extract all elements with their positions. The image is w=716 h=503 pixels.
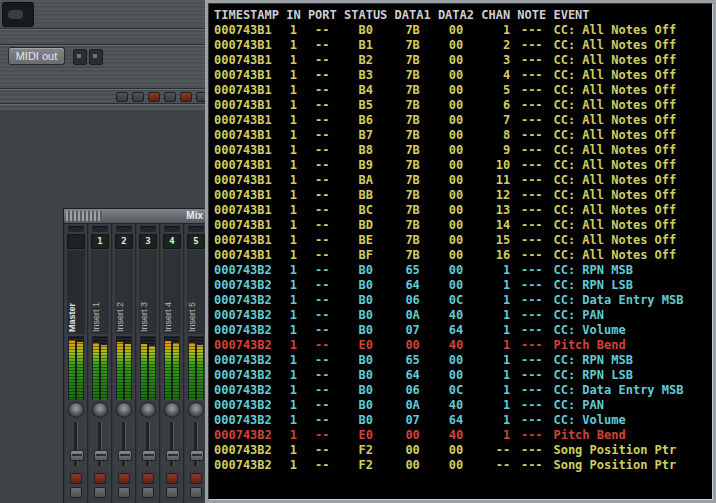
pan-knob[interactable]	[188, 402, 204, 418]
volume-fader[interactable]	[185, 420, 207, 468]
volume-fader[interactable]	[89, 420, 111, 468]
cell-d2: 64	[438, 323, 474, 338]
midi-event-row[interactable]: 000743B11--B27B003---CC: All Notes Off	[214, 53, 712, 68]
pan-knob[interactable]	[164, 402, 180, 418]
midi-event-row[interactable]: 000743B11--B77B008---CC: All Notes Off	[214, 128, 712, 143]
mixer-strip-insert-2[interactable]: 2Insert 2	[113, 224, 136, 503]
strip-button-top[interactable]	[70, 473, 82, 484]
fader-handle[interactable]	[70, 450, 84, 461]
midi-event-row[interactable]: 000743B11--B67B007---CC: All Notes Off	[214, 113, 712, 128]
toolbar-mini-button[interactable]	[132, 92, 144, 102]
pan-knob[interactable]	[68, 402, 84, 418]
fader-handle[interactable]	[142, 450, 156, 461]
record-light[interactable]	[180, 92, 192, 102]
midi-event-row[interactable]: 000743B11--B17B002---CC: All Notes Off	[214, 38, 712, 53]
strip-button-bottom[interactable]	[190, 487, 202, 498]
midi-event-row[interactable]: 000743B21--F20000-----Song Position Ptr	[214, 443, 712, 458]
midi-event-row[interactable]: 000743B11--BB7B0012---CC: All Notes Off	[214, 188, 712, 203]
midi-event-row[interactable]: 000743B21--B064001---CC: RPN LSB	[214, 278, 712, 293]
midi-event-row[interactable]: 000743B11--B97B0010---CC: All Notes Off	[214, 158, 712, 173]
toolbar-button-strip	[116, 92, 208, 102]
midi-event-row[interactable]: 000743B21--E000401---Pitch Bend	[214, 338, 712, 353]
strip-button-top[interactable]	[166, 473, 178, 484]
toolbar-mini-button[interactable]	[116, 92, 128, 102]
cell-d2: 00	[438, 263, 474, 278]
midi-event-row[interactable]: 000743B11--BC7B0013---CC: All Notes Off	[214, 203, 712, 218]
midi-event-row[interactable]: 000743B21--B064001---CC: RPN LSB	[214, 368, 712, 383]
cell-note: ---	[517, 38, 546, 53]
strip-button-top[interactable]	[142, 473, 154, 484]
cell-port: --	[308, 383, 337, 398]
midi-event-row[interactable]: 000743B11--B87B009---CC: All Notes Off	[214, 143, 712, 158]
track-name-label: Insert 5	[187, 250, 205, 334]
midi-event-row[interactable]: 000743B21--B065001---CC: RPN MSB	[214, 353, 712, 368]
fader-handle[interactable]	[190, 450, 204, 461]
corner-display	[2, 2, 34, 27]
record-light[interactable]	[148, 92, 160, 102]
cell-d1: 00	[395, 458, 431, 473]
midi-event-row[interactable]: 000743B11--BA7B0011---CC: All Notes Off	[214, 173, 712, 188]
cell-ts: 000743B2	[214, 293, 279, 308]
cell-event: CC: All Notes Off	[553, 53, 712, 68]
volume-fader[interactable]	[113, 420, 135, 468]
mixer-strip-insert-3[interactable]: 3Insert 3	[137, 224, 160, 503]
midi-event-row[interactable]: 000743B11--BE7B0015---CC: All Notes Off	[214, 233, 712, 248]
midi-event-row[interactable]: 000743B21--B00A401---CC: PAN	[214, 398, 712, 413]
volume-fader[interactable]	[161, 420, 183, 468]
midi-out-button[interactable]: MIDI out	[8, 47, 65, 65]
cell-in: 1	[286, 353, 300, 368]
cell-status: F2	[344, 458, 387, 473]
mixer-title: Mix	[186, 210, 203, 221]
strip-button-bottom[interactable]	[94, 487, 106, 498]
cell-status: B1	[344, 38, 387, 53]
cell-event: CC: RPN MSB	[553, 353, 712, 368]
cell-port: --	[308, 323, 337, 338]
strip-button-top[interactable]	[94, 473, 106, 484]
strip-button-top[interactable]	[118, 473, 130, 484]
midi-event-row[interactable]: 000743B11--B57B006---CC: All Notes Off	[214, 98, 712, 113]
toolbar-icon[interactable]	[89, 49, 103, 65]
mixer-strip-insert-1[interactable]: 1Insert 1	[89, 224, 112, 503]
midi-event-row[interactable]: 000743B21--B0060C1---CC: Data Entry MSB	[214, 383, 712, 398]
toolbar-icon[interactable]	[73, 49, 87, 65]
strip-button-bottom[interactable]	[142, 487, 154, 498]
midi-event-row[interactable]: 000743B11--BD7B0014---CC: All Notes Off	[214, 218, 712, 233]
mixer-strip-master[interactable]: Master	[65, 224, 88, 503]
volume-fader[interactable]	[65, 420, 87, 468]
fader-handle[interactable]	[118, 450, 132, 461]
strip-button-bottom[interactable]	[118, 487, 130, 498]
cell-d2: 00	[438, 353, 474, 368]
cell-in: 1	[286, 263, 300, 278]
midi-event-row[interactable]: 000743B11--BF7B0016---CC: All Notes Off	[214, 248, 712, 263]
midi-event-row[interactable]: 000743B21--B007641---CC: Volume	[214, 323, 712, 338]
cell-port: --	[308, 428, 337, 443]
strip-button-bottom[interactable]	[70, 487, 82, 498]
volume-fader[interactable]	[137, 420, 159, 468]
strip-button-bottom[interactable]	[166, 487, 178, 498]
strip-button-top[interactable]	[190, 473, 202, 484]
cell-note: ---	[517, 413, 546, 428]
midi-monitor-list[interactable]: TIMESTAMPINPORTSTATUSDATA1DATA2CHANNOTEE…	[208, 3, 713, 500]
fader-handle[interactable]	[94, 450, 108, 461]
pan-knob[interactable]	[92, 402, 108, 418]
cell-d1: 06	[395, 293, 431, 308]
pan-knob[interactable]	[116, 402, 132, 418]
midi-event-row[interactable]: 000743B11--B37B004---CC: All Notes Off	[214, 68, 712, 83]
mixer-titlebar[interactable]: Mix	[64, 209, 206, 224]
midi-event-row[interactable]: 000743B21--B007641---CC: Volume	[214, 413, 712, 428]
midi-event-row[interactable]: 000743B21--B00A401---CC: PAN	[214, 308, 712, 323]
midi-event-row[interactable]: 000743B11--B07B001---CC: All Notes Off	[214, 23, 712, 38]
midi-event-row[interactable]: 000743B21--E000401---Pitch Bend	[214, 428, 712, 443]
mixer-strip-insert-4[interactable]: 4Insert 4	[161, 224, 184, 503]
midi-event-row[interactable]: 000743B21--B065001---CC: RPN MSB	[214, 263, 712, 278]
fader-handle[interactable]	[166, 450, 180, 461]
cell-in: 1	[286, 83, 300, 98]
cell-ts: 000743B2	[214, 308, 279, 323]
toolbar-divider	[0, 88, 205, 90]
toolbar-mini-button[interactable]	[164, 92, 176, 102]
midi-event-row[interactable]: 000743B21--B0060C1---CC: Data Entry MSB	[214, 293, 712, 308]
midi-event-row[interactable]: 000743B11--B47B005---CC: All Notes Off	[214, 83, 712, 98]
pan-knob[interactable]	[140, 402, 156, 418]
cell-note: ---	[517, 398, 546, 413]
midi-event-row[interactable]: 000743B21--F20000-----Song Position Ptr	[214, 458, 712, 473]
